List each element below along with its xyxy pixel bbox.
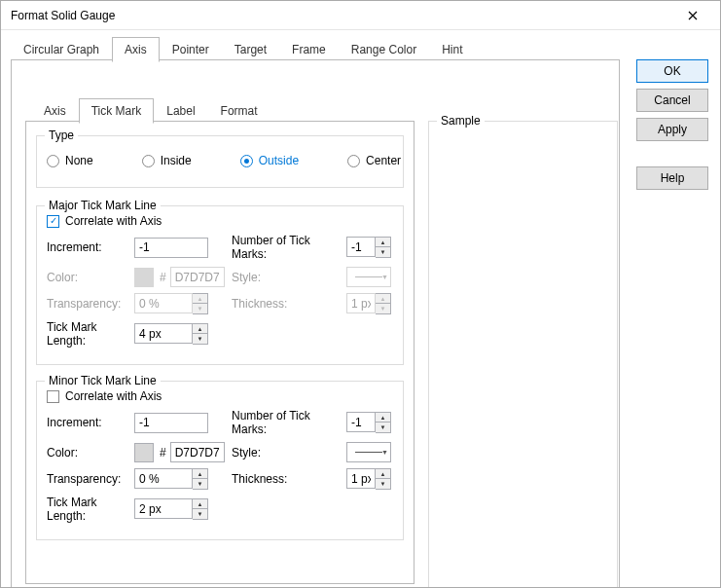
minor-transparency-spinner[interactable]: ▲▼ <box>134 468 208 490</box>
major-thickness-spinner: ▲▼ <box>346 293 391 314</box>
minor-color-hex-input[interactable] <box>170 442 225 462</box>
radio-outside[interactable]: Outside <box>240 154 299 167</box>
minor-style-dropdown[interactable]: ▼ <box>346 442 391 462</box>
minor-thickness-label: Thickness: <box>232 472 346 486</box>
minor-length-label: Tick Mark Length: <box>47 496 134 523</box>
major-color-swatch[interactable] <box>134 268 154 287</box>
chevron-down-icon: ▼ <box>381 449 388 456</box>
spinner-up-icon[interactable]: ▲ <box>376 238 390 247</box>
cancel-button[interactable]: Cancel <box>636 89 708 112</box>
ok-button[interactable]: OK <box>636 59 708 83</box>
minor-legend: Minor Tick Mark Line <box>45 374 161 387</box>
major-transparency-spinner: ▲▼ <box>134 293 208 314</box>
minor-color-label: Color: <box>47 446 134 459</box>
major-length-spinner[interactable]: ▲▼ <box>134 323 208 345</box>
apply-button[interactable]: Apply <box>636 118 708 141</box>
close-button[interactable] <box>673 4 712 27</box>
sub-tabs: Axis Tick Mark Label Format <box>31 97 270 123</box>
major-color-hex-input <box>170 267 225 287</box>
radio-center[interactable]: Center <box>347 154 401 167</box>
minor-length-spinner[interactable]: ▲▼ <box>134 498 208 520</box>
minor-style-label: Style: <box>232 446 346 459</box>
minor-numticks-label: Number of Tick Marks: <box>232 409 346 436</box>
main-tabs: Circular Graph Axis Pointer Target Frame… <box>11 36 475 61</box>
major-transparency-label: Transparency: <box>47 297 134 311</box>
minor-increment-label: Increment: <box>47 416 134 429</box>
spinner-down-icon[interactable]: ▼ <box>376 247 390 257</box>
major-legend: Major Tick Mark Line <box>45 199 161 212</box>
minor-numticks-spinner[interactable]: ▲▼ <box>346 412 391 433</box>
main-panel: Axis Tick Mark Label Format Type None In… <box>11 59 620 588</box>
minor-correlate-checkbox[interactable]: Correlate with Axis <box>47 389 393 403</box>
close-icon <box>688 11 698 20</box>
major-correlate-checkbox[interactable]: Correlate with Axis <box>47 214 393 228</box>
minor-thickness-spinner[interactable]: ▲▼ <box>346 468 391 490</box>
major-numticks-label: Number of Tick Marks: <box>232 234 346 261</box>
minor-increment-input[interactable] <box>134 413 208 433</box>
radio-inside[interactable]: Inside <box>142 154 192 167</box>
type-legend: Type <box>45 129 78 142</box>
major-length-label: Tick Mark Length: <box>47 320 134 348</box>
major-increment-label: Increment: <box>47 240 134 254</box>
sub-panel: Type None Inside Outside Center Major Ti… <box>25 121 415 584</box>
major-increment-input[interactable] <box>134 238 208 258</box>
sample-panel: Sample <box>428 121 618 588</box>
subtab-tick-mark[interactable]: Tick Mark <box>79 98 155 124</box>
major-group: Major Tick Mark Line Correlate with Axis… <box>36 205 404 365</box>
type-group: Type None Inside Outside Center <box>36 135 404 188</box>
major-style-dropdown[interactable]: ▼ <box>346 267 391 287</box>
minor-transparency-label: Transparency: <box>47 472 134 486</box>
sample-legend: Sample <box>437 114 485 128</box>
major-thickness-label: Thickness: <box>232 297 346 311</box>
tab-axis[interactable]: Axis <box>112 37 160 62</box>
minor-color-swatch[interactable] <box>134 443 154 462</box>
major-style-label: Style: <box>232 271 346 284</box>
window-title: Format Solid Gauge <box>11 9 115 22</box>
help-button[interactable]: Help <box>636 166 708 190</box>
major-color-label: Color: <box>47 271 134 284</box>
minor-group: Minor Tick Mark Line Correlate with Axis… <box>36 381 404 540</box>
chevron-down-icon: ▼ <box>381 274 388 280</box>
radio-none[interactable]: None <box>47 154 93 167</box>
major-numticks-spinner[interactable]: ▲▼ <box>346 237 391 258</box>
